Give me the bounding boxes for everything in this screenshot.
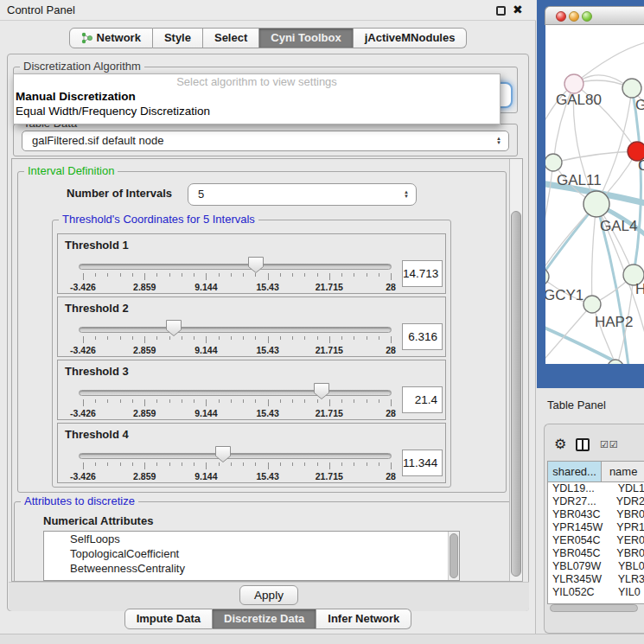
network-node[interactable] xyxy=(583,296,601,313)
attribute-list-item[interactable]: TopologicalCoefficient xyxy=(44,546,459,561)
cell-shared-name[interactable]: YLR345W xyxy=(548,573,613,586)
mac-zoom-icon[interactable] xyxy=(582,11,592,22)
apply-button[interactable]: Apply xyxy=(239,585,298,605)
table-row[interactable]: YBR043CYBR0 xyxy=(548,508,644,521)
tick-label: 9.144 xyxy=(178,471,233,481)
slider-thumb[interactable] xyxy=(165,319,182,337)
cell-shared-name[interactable]: YBR043C xyxy=(548,508,611,521)
network-window-titlebar xyxy=(545,6,644,25)
network-edge[interactable] xyxy=(632,88,641,275)
cell-name[interactable]: YBR0 xyxy=(611,508,644,521)
cell-name[interactable]: YLR3 xyxy=(613,573,644,586)
cell-name[interactable]: YDR2 xyxy=(611,495,644,508)
network-edge[interactable] xyxy=(553,151,637,163)
combobox-arrows-icon: ▲▼ xyxy=(496,137,501,145)
algorithm-placeholder-option[interactable]: Select algorithm to view settings xyxy=(14,74,500,89)
algorithm-option-equal-width-frequency-discretization[interactable]: Equal Width/Frequency Discretization xyxy=(14,104,500,118)
threshold-value-field[interactable]: 6.316 xyxy=(402,323,443,350)
tab-jactivemnodules[interactable]: jActiveMNodules xyxy=(354,28,468,48)
cell-name[interactable]: YBR0 xyxy=(611,547,644,560)
tab-select[interactable]: Select xyxy=(203,28,259,48)
table-row[interactable]: YIL052CYIL0 xyxy=(548,586,644,599)
columns-icon[interactable] xyxy=(576,438,590,451)
table-data-combobox-value: galFiltered.sif default node xyxy=(32,131,163,150)
threshold-label: Threshold 4 xyxy=(65,428,129,441)
attribute-list-item[interactable]: SelfLoops xyxy=(44,532,459,546)
cell-name[interactable]: YER0 xyxy=(611,534,644,547)
tick-label: 15.43 xyxy=(240,282,296,292)
attributes-group-label: Attributes to discretize xyxy=(21,495,138,507)
tab-network[interactable]: Network xyxy=(69,28,153,48)
table-horizontal-scrollbar[interactable] xyxy=(548,604,643,612)
tab-impute-data[interactable]: Impute Data xyxy=(124,609,213,629)
network-edge[interactable] xyxy=(592,204,596,304)
node-table-header: shared... name xyxy=(548,462,644,482)
network-edge[interactable] xyxy=(545,163,553,241)
checkboxes-icon[interactable]: ☑☑ xyxy=(600,439,619,450)
network-node-label: C xyxy=(638,157,644,174)
cell-shared-name[interactable]: YPR145W xyxy=(548,521,611,534)
slider-thumb[interactable] xyxy=(214,445,232,463)
tab-discretize-data[interactable]: Discretize Data xyxy=(213,609,316,629)
tab-label: Cyni Toolbox xyxy=(271,29,341,48)
table-data-combobox[interactable]: galFiltered.sif default node ▲▼ xyxy=(22,131,509,151)
column-header-shared[interactable]: shared... xyxy=(548,462,602,481)
network-edge[interactable] xyxy=(596,88,632,204)
network-canvas[interactable]: GAL80GACGAL11GAL4GCY1HHAP2 xyxy=(545,25,644,364)
slider-track[interactable] xyxy=(79,453,392,459)
network-edge[interactable] xyxy=(545,204,596,280)
cell-shared-name[interactable]: YER054C xyxy=(548,534,611,547)
slider-track[interactable] xyxy=(79,327,392,333)
slider-track[interactable] xyxy=(79,390,392,396)
numerical-attributes-list[interactable]: SelfLoopsTopologicalCoefficientBetweenne… xyxy=(43,531,460,581)
network-node[interactable] xyxy=(564,74,583,93)
control-panel-tabbar: NetworkStyleSelectCyni ToolboxjActiveMNo… xyxy=(0,28,536,48)
network-edge[interactable] xyxy=(545,304,592,364)
tab-infer-network[interactable]: Infer Network xyxy=(316,609,411,629)
threshold-value-field[interactable]: 14.713 xyxy=(402,260,443,287)
tab-cyni-toolbox[interactable]: Cyni Toolbox xyxy=(259,28,353,48)
table-row[interactable]: YDR27...YDR2 xyxy=(548,495,644,508)
cell-shared-name[interactable]: YBL079W xyxy=(548,560,613,573)
table-row[interactable]: YDL19...YDL1 xyxy=(548,482,644,495)
float-window-icon[interactable] xyxy=(496,6,506,16)
mac-minimize-icon[interactable] xyxy=(569,11,579,22)
table-row[interactable]: YLR345WYLR3 xyxy=(548,573,644,586)
slider-thumb[interactable] xyxy=(247,256,265,274)
cell-name[interactable]: YIL0 xyxy=(613,586,641,599)
node-table[interactable]: shared... name YDL19...YDL1YDR27...YDR2Y… xyxy=(547,461,644,604)
tick-label: 9.144 xyxy=(178,282,233,292)
cell-name[interactable]: YPR1 xyxy=(611,521,644,534)
close-icon[interactable]: ✖ xyxy=(513,3,523,16)
cyni-toolbox-panel: Discretization Algorithm Select algorith… xyxy=(7,54,529,611)
tick-label: 2.859 xyxy=(117,408,172,418)
table-row[interactable]: YER054CYER0 xyxy=(548,534,644,547)
number-of-intervals-combobox[interactable]: 5 ▲▼ xyxy=(188,183,417,206)
attribute-list-item[interactable]: BetweennessCentrality xyxy=(44,561,459,576)
app-bottom-strip xyxy=(0,634,644,644)
gear-icon[interactable]: ⚙ xyxy=(554,436,566,452)
tab-style[interactable]: Style xyxy=(153,28,203,48)
tab-label: Infer Network xyxy=(328,609,399,628)
slider-thumb[interactable] xyxy=(313,382,330,400)
cell-shared-name[interactable]: YDR27... xyxy=(548,495,611,508)
slider-track[interactable] xyxy=(79,264,392,270)
column-header-name[interactable]: name xyxy=(602,462,644,481)
network-node[interactable] xyxy=(622,79,641,98)
settings-vertical-scrollbar[interactable] xyxy=(509,159,522,581)
cell-name[interactable]: YDL1 xyxy=(613,482,644,495)
table-row[interactable]: YPR145WYPR1 xyxy=(548,521,644,534)
table-row[interactable]: YBR045CYBR0 xyxy=(548,547,644,560)
table-row[interactable]: YBL079WYBL0 xyxy=(548,560,644,573)
network-node[interactable] xyxy=(545,154,562,171)
threshold-value-field[interactable]: 21.4 xyxy=(402,386,443,413)
network-node[interactable] xyxy=(583,191,609,217)
cell-shared-name[interactable]: YDL19... xyxy=(548,482,613,495)
cell-name[interactable]: YBL0 xyxy=(613,560,644,573)
attributes-list-scrollbar[interactable] xyxy=(448,532,459,580)
algorithm-option-manual-discretization[interactable]: Manual Discretization xyxy=(14,89,500,104)
cell-shared-name[interactable]: YBR045C xyxy=(548,547,611,560)
threshold-value-field[interactable]: 11.344 xyxy=(402,450,443,476)
mac-close-icon[interactable] xyxy=(556,11,566,22)
cell-shared-name[interactable]: YIL052C xyxy=(548,586,613,599)
